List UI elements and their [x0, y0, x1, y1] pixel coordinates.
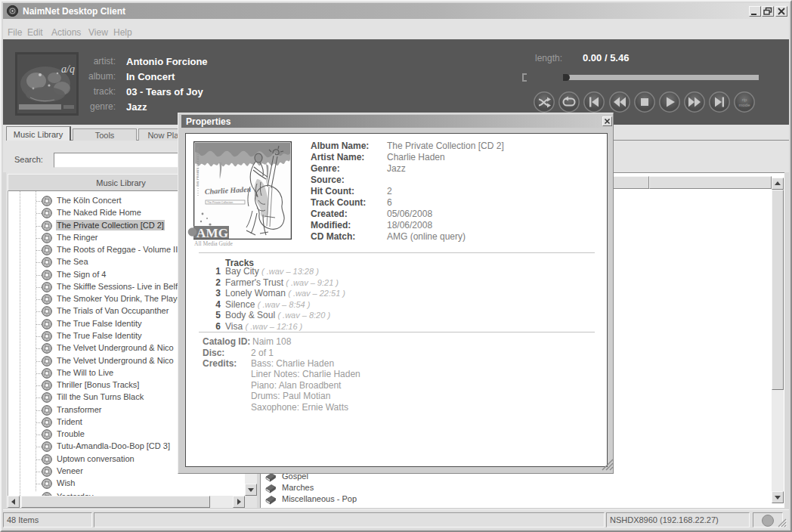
svg-text:All Media Guide: All Media Guide	[194, 240, 233, 247]
svg-text:THE PRIVATE COLLECTION: THE PRIVATE COLLECTION	[196, 147, 200, 187]
svg-text:The Private Collection: The Private Collection	[207, 201, 233, 204]
svg-text:rip: rip	[742, 97, 747, 102]
svg-text:mode: mode	[738, 103, 750, 107]
svg-text:a/q: a/q	[61, 63, 75, 75]
svg-text:AMG: AMG	[196, 226, 228, 240]
